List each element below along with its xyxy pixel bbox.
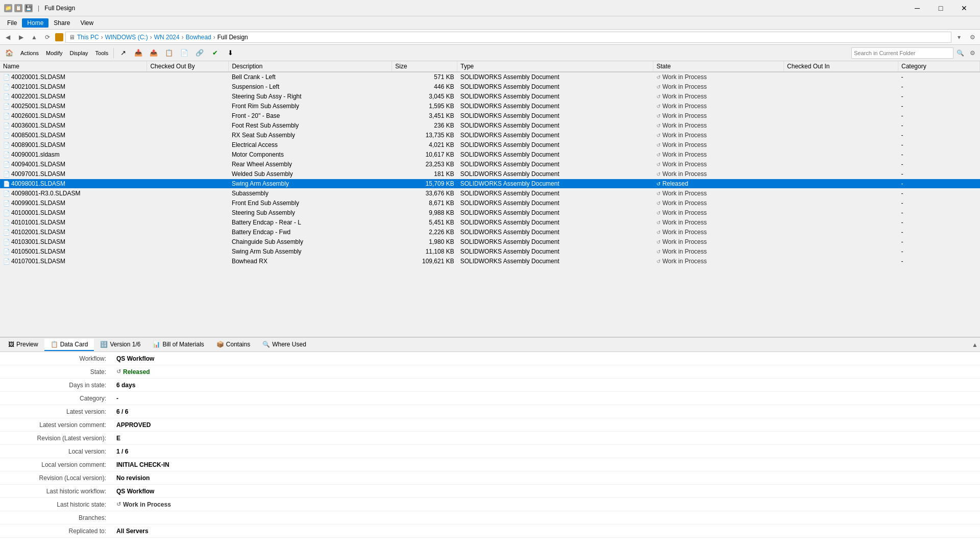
minimize-button[interactable]: ─ [905,0,929,16]
refresh-button[interactable]: ⟳ [42,32,53,43]
col-header-description[interactable]: Description [229,61,392,72]
path-sep-3: › [182,34,184,41]
cell-category: - [898,218,979,228]
table-row[interactable]: 📄40098001-R3.0.SLDASM Subassembly 33,676… [0,189,980,198]
tab-datacard[interactable]: 📋 Data Card [44,339,94,351]
state-icon: ↺ [656,84,660,90]
table-row[interactable]: 📄40098001.SLDASM Swing Arm Assembly 15,7… [0,179,980,189]
file-table-body: 📄40020001.SLDASM Bell Crank - Left 571 K… [0,72,980,266]
address-dropdown[interactable]: ▾ [953,32,965,43]
back-button[interactable]: ◀ [2,32,13,43]
address-options[interactable]: ⚙ [967,32,978,43]
toolbar-btn-ref[interactable]: 🔗 [192,48,207,58]
table-row[interactable]: 📄40100001.SLDASM Steering Sub Assembly 9… [0,208,980,218]
tabs-bar: 🖼 Preview 📋 Data Card 🔢 Version 1/6 📊 Bi… [0,338,980,352]
state-label: State: [0,366,112,378]
search-options-button[interactable]: ⚙ [967,47,978,59]
table-row[interactable]: 📄40102001.SLDASM Battery Endcap - Fwd 2,… [0,228,980,237]
maximize-button[interactable]: □ [929,0,952,16]
col-header-category[interactable]: Category [898,61,979,72]
path-sep-2: › [150,34,152,41]
panel-collapse-button[interactable]: ▲ [972,341,978,348]
title-bar-controls[interactable]: ─ □ ✕ [905,0,976,16]
col-header-checkedin[interactable]: Checked Out In [784,61,898,72]
col-header-checkedout[interactable]: Checked Out By [147,61,229,72]
up-button[interactable]: ▲ [29,32,40,43]
toolbar-icon-home[interactable]: 🏠 [2,48,16,58]
state-icon: ↺ [656,123,660,129]
menu-view[interactable]: View [75,18,99,28]
close-button[interactable]: ✕ [952,0,976,16]
table-row[interactable]: 📄40094001.SLDASM Rear Wheel Assembly 23,… [0,160,980,169]
path-bowhead[interactable]: Bowhead [186,34,211,41]
toolbar-btn-checkout[interactable]: 📤 [146,48,161,58]
app-icon-1: 📁 [4,4,12,12]
cell-category: - [898,111,979,121]
path-separator-0: 🖥 [69,34,75,41]
file-icon: 📄 [3,258,10,264]
toolbar-btn-copy[interactable]: 📋 [162,48,176,58]
toolbar-btn-arrow[interactable]: ↗ [116,48,130,58]
tab-bom[interactable]: 📊 Bill of Materials [146,339,210,351]
data-row-category: Category: - [0,392,980,405]
toolbar-btn-checkin[interactable]: 📥 [131,48,145,58]
cell-name: 📄40098001.SLDASM [0,179,147,189]
state-badge: ↺ Released [116,368,976,375]
toolbar-tools[interactable]: Tools [92,49,112,57]
tab-version[interactable]: 🔢 Version 1/6 [94,339,146,351]
col-header-state[interactable]: State [653,61,784,72]
table-row[interactable]: 📄40022001.SLDASM Steering Sub Assy - Rig… [0,92,980,102]
cell-name: 📄40105001.SLDASM [0,247,147,257]
table-row[interactable]: 📄40021001.SLDASM Suspension - Left 446 K… [0,82,980,92]
search-input[interactable] [851,47,953,59]
file-icon: 📄 [3,229,10,235]
cell-size: 9,988 KB [392,208,457,218]
cell-checkedout [147,228,229,237]
table-row[interactable]: 📄40101001.SLDASM Battery Endcap - Rear -… [0,218,980,228]
toolbar-display[interactable]: Display [66,49,91,57]
table-row[interactable]: 📄40085001.SLDASM RX Seat Sub Assembly 13… [0,131,980,140]
cell-state: ↺ Work in Process [653,111,784,121]
toolbar-btn-filter[interactable]: ⬇ [223,48,237,58]
table-row[interactable]: 📄40089001.SLDASM Electrical Access 4,021… [0,140,980,150]
cell-checkedout [147,208,229,218]
col-header-size[interactable]: Size [392,61,457,72]
state-icon: ↺ [116,368,121,375]
table-row[interactable]: 📄40099001.SLDASM Front End Sub Assembly … [0,198,980,208]
tab-preview[interactable]: 🖼 Preview [2,339,44,351]
col-header-name[interactable]: Name [0,61,147,72]
tab-contains[interactable]: 📦 Contains [210,339,256,351]
table-row[interactable]: 📄40097001.SLDASM Welded Sub Assembly 181… [0,169,980,179]
toolbar-btn-doc[interactable]: 📄 [177,48,191,58]
table-row[interactable]: 📄40026001.SLDASM Front - 20'' - Base 3,4… [0,111,980,121]
address-path[interactable]: 🖥 This PC › WINDOWS (C:) › WN 2024 › Bow… [65,32,951,43]
path-wn2024[interactable]: WN 2024 [154,34,180,41]
copy-icon: 📋 [165,49,173,57]
menu-home[interactable]: Home [22,18,48,28]
search-button[interactable]: 🔍 [954,47,966,59]
table-row[interactable]: 📄40107001.SLDASM Bowhead RX 109,621 KB S… [0,257,980,266]
table-row[interactable]: 📄40020001.SLDASM Bell Crank - Left 571 K… [0,72,980,82]
menu-bar: File Home Share View [0,16,980,30]
cell-checkedin [784,72,898,82]
tab-whereused[interactable]: 🔍 Where Used [256,339,312,351]
table-row[interactable]: 📄40036001.SLDASM Foot Rest Sub Assembly … [0,121,980,131]
col-header-type[interactable]: Type [457,61,653,72]
state-text: Work in Process [663,93,707,100]
toolbar-actions[interactable]: Actions [17,49,42,57]
table-row[interactable]: 📄40025001.SLDASM Front Rim Sub Assembly … [0,102,980,111]
table-row[interactable]: 📄40105001.SLDASM Swing Arm Sub Assembly … [0,247,980,257]
cell-checkedout [147,179,229,189]
menu-file[interactable]: File [2,18,22,28]
menu-share[interactable]: Share [48,18,75,28]
path-windows[interactable]: WINDOWS (C:) [105,34,148,41]
toolbar-btn-green[interactable]: ✔ [208,48,222,58]
path-thispc[interactable]: This PC [77,34,99,41]
cell-size: 446 KB [392,82,457,92]
table-row[interactable]: 📄40103001.SLDASM Chainguide Sub Assembly… [0,237,980,247]
toolbar-modify[interactable]: Modify [43,49,65,57]
state-text: Work in Process [663,229,707,236]
forward-button[interactable]: ▶ [15,32,27,43]
cell-size: 571 KB [392,72,457,82]
table-row[interactable]: 📄40090001.sldasm Motor Components 10,617… [0,150,980,160]
